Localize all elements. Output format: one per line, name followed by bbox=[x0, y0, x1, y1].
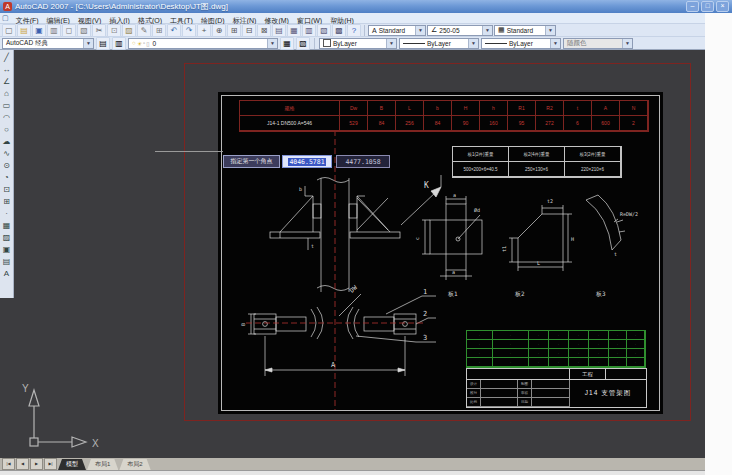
close-button[interactable]: × bbox=[716, 1, 729, 12]
dynamic-input-x-field[interactable]: 4046.5781 bbox=[282, 155, 332, 168]
chevron-down-icon[interactable]: ▼ bbox=[622, 39, 632, 48]
revision-cell: · bbox=[569, 349, 589, 358]
chevron-down-icon[interactable]: ▼ bbox=[550, 39, 560, 48]
layer-previous-button[interactable]: ▧ bbox=[296, 37, 310, 50]
document-icon[interactable]: ▢ bbox=[2, 14, 9, 22]
chevron-down-icon[interactable]: ▼ bbox=[482, 26, 492, 35]
properties-icon[interactable]: ▤ bbox=[272, 24, 286, 37]
workspace-combo[interactable]: AutoCAD 经典 ▼ bbox=[2, 38, 94, 49]
tab-nav-button[interactable]: ◀ bbox=[16, 458, 29, 470]
revision-cell: · bbox=[627, 340, 645, 349]
circle-icon[interactable]: ○ bbox=[1, 124, 12, 135]
layer-properties-button[interactable]: ▤ bbox=[96, 37, 110, 50]
dynamic-input-y-field[interactable]: 4477.1058 bbox=[336, 155, 390, 168]
line-icon[interactable]: ╱ bbox=[1, 52, 12, 63]
table-icon[interactable]: ▤ bbox=[1, 256, 12, 267]
d2-t2-label: t2 bbox=[547, 198, 553, 204]
revision-cloud-icon[interactable]: ☁ bbox=[1, 136, 12, 147]
plot-style-combo[interactable]: 随颜色 ▼ bbox=[563, 38, 633, 49]
layer-combo[interactable]: ○☀▫▯ 0 ▼ bbox=[128, 38, 278, 49]
open-icon[interactable]: ▤ bbox=[17, 24, 31, 37]
menu-bar: ▢ 文件(F)编辑(E)视图(V)插入(I)格式(O)工具(T)绘图(D)标注(… bbox=[0, 13, 705, 24]
new-icon[interactable]: ▢ bbox=[2, 24, 16, 37]
quickcalc-icon[interactable]: ▩ bbox=[332, 24, 346, 37]
ellipse-arc-icon[interactable]: ◔ bbox=[1, 172, 12, 183]
d2-h-label: H bbox=[571, 236, 574, 242]
plot-preview-icon[interactable]: ◻ bbox=[62, 24, 76, 37]
designcenter-icon[interactable]: ▦ bbox=[287, 24, 301, 37]
rectangle-icon[interactable]: ▭ bbox=[1, 100, 12, 111]
zoom-realtime-icon[interactable]: ⊕ bbox=[212, 24, 226, 37]
plate-header-cell: 板1(2件)重量 bbox=[453, 147, 509, 162]
spline-icon[interactable]: ∿ bbox=[1, 148, 12, 159]
command-line-strip[interactable] bbox=[0, 470, 732, 475]
publish-icon[interactable]: ▧ bbox=[77, 24, 91, 37]
region-icon[interactable]: ▣ bbox=[1, 244, 12, 255]
block-editor-icon[interactable]: ⊞ bbox=[152, 24, 166, 37]
tab-model[interactable]: 模型 bbox=[58, 459, 86, 470]
layer-states-button[interactable]: ▥ bbox=[112, 37, 126, 50]
zoom-extents-icon[interactable]: ⊠ bbox=[257, 24, 271, 37]
maximize-button[interactable]: □ bbox=[701, 1, 714, 12]
paste-icon[interactable]: ▨ bbox=[122, 24, 136, 37]
zoom-previous-icon[interactable]: ⊟ bbox=[242, 24, 256, 37]
arc-icon[interactable]: ◠ bbox=[1, 112, 12, 123]
construction-line-icon[interactable]: ↔ bbox=[1, 64, 12, 75]
spec-header-cell: 规格 bbox=[240, 101, 340, 116]
pan-icon[interactable]: + bbox=[197, 24, 211, 37]
tab-nav-button[interactable]: ▶| bbox=[44, 458, 57, 470]
autocad-window: A AutoCAD 2007 - [C:\Users\Administrator… bbox=[0, 0, 732, 475]
chevron-down-icon[interactable]: ▼ bbox=[415, 26, 425, 35]
chevron-down-icon[interactable]: ▼ bbox=[267, 39, 277, 48]
point-icon[interactable]: · bbox=[1, 208, 12, 219]
tool-palettes-icon[interactable]: ▥ bbox=[302, 24, 316, 37]
ellipse-icon[interactable]: ⊙ bbox=[1, 160, 12, 171]
revision-cell: · bbox=[589, 358, 609, 367]
revision-cell: · bbox=[549, 340, 569, 349]
title-block-cell bbox=[532, 380, 570, 389]
zoom-window-icon[interactable]: ⊞ bbox=[227, 24, 241, 37]
chevron-down-icon[interactable]: ▼ bbox=[83, 39, 93, 48]
table-style-icon: ▦ bbox=[498, 26, 505, 34]
text-style-combo[interactable]: A Standard ▼ bbox=[368, 25, 426, 36]
chevron-down-icon[interactable]: ▼ bbox=[386, 39, 396, 48]
make-block-icon[interactable]: ⊞ bbox=[1, 196, 12, 207]
undo-icon[interactable]: ↶ bbox=[167, 24, 181, 37]
tab-layout1[interactable]: 布局1 bbox=[87, 459, 118, 470]
spec-value-cell: 84 bbox=[368, 116, 396, 131]
linetype-combo[interactable]: ByLayer ▼ bbox=[399, 38, 479, 49]
gradient-icon[interactable]: ▨ bbox=[1, 232, 12, 243]
color-combo[interactable]: ByLayer ▼ bbox=[319, 38, 397, 49]
sheet-set-icon[interactable]: ▧ bbox=[317, 24, 331, 37]
tab-nav-button[interactable]: ▶ bbox=[30, 458, 43, 470]
revision-cell: · bbox=[493, 358, 529, 367]
match-properties-icon[interactable]: ✎ bbox=[137, 24, 151, 37]
dim-style-combo[interactable]: ∠ 250-05 ▼ bbox=[427, 25, 493, 36]
tab-layout2[interactable]: 布局2 bbox=[119, 459, 150, 470]
help-icon[interactable]: ? bbox=[347, 24, 361, 37]
title-block-cell bbox=[481, 398, 518, 407]
save-icon[interactable]: ▣ bbox=[32, 24, 46, 37]
tab-nav-button[interactable]: |◀ bbox=[2, 458, 15, 470]
chevron-down-icon[interactable]: ▼ bbox=[545, 26, 555, 35]
minimize-button[interactable]: – bbox=[686, 1, 699, 12]
cut-icon[interactable]: ✂ bbox=[92, 24, 106, 37]
d1-c-label: c bbox=[414, 237, 420, 240]
insert-block-icon[interactable]: ⊡ bbox=[1, 184, 12, 195]
polyline-icon[interactable]: ∠ bbox=[1, 76, 12, 87]
hatch-icon[interactable]: ▦ bbox=[1, 220, 12, 231]
title-block-cell: 校对 bbox=[467, 389, 481, 398]
table-style-combo[interactable]: ▦ Standard ▼ bbox=[494, 25, 556, 36]
polygon-icon[interactable]: ⌂ bbox=[1, 88, 12, 99]
plot-icon[interactable]: ▥ bbox=[47, 24, 61, 37]
chevron-down-icon[interactable]: ▼ bbox=[468, 39, 478, 48]
lineweight-combo[interactable]: ByLayer ▼ bbox=[481, 38, 561, 49]
redo-icon[interactable]: ↷ bbox=[182, 24, 196, 37]
copy-icon[interactable]: ⊡ bbox=[107, 24, 121, 37]
make-object-layer-button[interactable]: ▦ bbox=[280, 37, 294, 50]
text-style-value: Standard bbox=[379, 27, 405, 34]
spec-value-cell: 272 bbox=[536, 116, 564, 131]
mtext-icon[interactable]: A bbox=[1, 268, 12, 279]
drawing-viewport[interactable]: ╱↔∠⌂▭◠○☁∿⊙◔⊡⊞·▦▨▣▤A bbox=[0, 50, 705, 458]
revision-cell: · bbox=[609, 358, 627, 367]
